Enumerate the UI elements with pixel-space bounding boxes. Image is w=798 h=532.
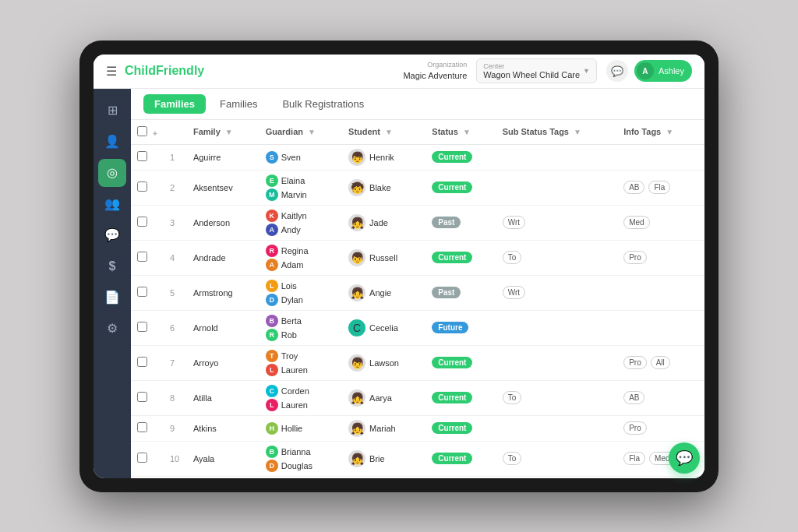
guardian-item[interactable]: RRob — [266, 329, 336, 341]
row-checkbox[interactable] — [137, 392, 147, 402]
sidebar-item-settings[interactable]: ⚙ — [98, 315, 126, 343]
status-cell: Current — [425, 380, 496, 415]
select-all-checkbox[interactable] — [137, 126, 147, 136]
guardian-item[interactable]: LLauren — [266, 364, 336, 376]
sidebar-item-group[interactable]: 👥 — [98, 190, 126, 218]
guardian-item[interactable]: BBrianna — [266, 446, 336, 458]
info-tags-cell — [617, 310, 704, 345]
org-label: Organization — [403, 61, 467, 70]
row-checkbox[interactable] — [137, 217, 147, 227]
student-cell[interactable]: 👧Aarya — [342, 380, 425, 415]
guardian-item[interactable]: BBerta — [266, 315, 336, 327]
row-checkbox[interactable] — [137, 453, 147, 463]
status-cell: Current — [425, 415, 496, 441]
family-name[interactable]: Andrade — [187, 240, 260, 275]
info-tag: Pro — [623, 421, 647, 435]
family-name[interactable]: Ayala — [187, 441, 260, 476]
center-selector[interactable]: Center Wagon Wheel Child Care ▼ — [476, 58, 597, 83]
col-checkbox: + — [131, 120, 164, 145]
guardian-name: Adam — [281, 260, 304, 270]
student-cell[interactable]: 👧Brie — [342, 441, 425, 476]
guardian-item[interactable]: RRegina — [266, 245, 336, 257]
col-sub-status-tags[interactable]: Sub Status Tags ▼ — [496, 120, 618, 145]
guardian-item[interactable]: SSven — [266, 151, 336, 164]
student-cell[interactable]: 👧Angie — [342, 275, 425, 310]
tab-families-active[interactable]: Families — [143, 94, 206, 114]
sidebar-item-chat[interactable]: 💬 — [98, 221, 126, 249]
info-tags-cell: Med — [617, 205, 704, 240]
family-name[interactable]: Atkins — [187, 415, 260, 441]
table-row: 2AksentsevEElainaMMarvin🧒BlakeCurrentABF… — [131, 170, 704, 205]
guardian-item[interactable]: LLauren — [266, 399, 336, 411]
col-status[interactable]: Status ▼ — [425, 120, 496, 145]
message-icon[interactable]: 💬 — [606, 60, 628, 82]
family-name[interactable]: Armstrong — [187, 275, 260, 310]
user-avatar-badge[interactable]: A Ashley — [634, 60, 692, 82]
add-icon[interactable]: + — [153, 129, 157, 138]
guardian-item[interactable]: DDouglas — [266, 460, 336, 472]
guardian-item[interactable]: DDylan — [266, 294, 336, 306]
sidebar-item-grid[interactable]: ⊞ — [98, 97, 126, 125]
guardian-item[interactable]: HHollie — [266, 422, 336, 435]
family-name[interactable]: Atilla — [187, 380, 260, 415]
chat-fab-button[interactable]: 💬 — [669, 442, 700, 474]
info-tags-cell: AB — [617, 380, 704, 415]
col-guardian[interactable]: Guardian ▼ — [260, 120, 342, 145]
csv-download-button[interactable]: ⬇ csv — [131, 477, 704, 478]
guardian-item[interactable]: KKaitlyn — [266, 210, 336, 222]
tab-families[interactable]: Families — [209, 94, 268, 114]
guardian-name: Corden — [281, 386, 309, 396]
row-number: 2 — [164, 170, 187, 205]
sidebar-item-dollar[interactable]: $ — [98, 252, 126, 280]
guardian-item[interactable]: CCorden — [266, 385, 336, 397]
student-cell[interactable]: 👦Russell — [342, 240, 425, 275]
guardian-item[interactable]: EElaina — [266, 174, 336, 187]
student-cell[interactable]: 👦Lawson — [342, 345, 425, 380]
info-tags-cell: ProAll — [617, 345, 704, 380]
guardian-item[interactable]: LLois — [266, 280, 336, 292]
guardian-item[interactable]: MMarvin — [266, 188, 336, 201]
table-body: 1AguirreSSven👦HenrikCurrent2AksentsevEEl… — [131, 144, 704, 476]
info-tags-cell: ABFla — [617, 170, 704, 205]
menu-icon[interactable]: ☰ — [106, 64, 117, 79]
guardian-item[interactable]: AAndy — [266, 224, 336, 236]
row-checkbox[interactable] — [137, 357, 147, 367]
row-number: 7 — [164, 345, 187, 380]
row-checkbox[interactable] — [137, 181, 147, 192]
guardian-item[interactable]: AAdam — [266, 259, 336, 271]
row-checkbox[interactable] — [137, 252, 147, 262]
sub-status-tag: Wrt — [503, 216, 525, 229]
sidebar-item-people[interactable]: 👤 — [98, 128, 126, 156]
guardian-cell: HHollie — [260, 415, 342, 441]
row-checkbox[interactable] — [137, 322, 147, 332]
sidebar-item-circle[interactable]: ◎ — [98, 159, 126, 187]
row-checkbox[interactable] — [137, 151, 147, 161]
family-name[interactable]: Aguirre — [187, 144, 260, 170]
student-cell[interactable]: 🧒Blake — [342, 170, 425, 205]
guardian-name: Kaitlyn — [281, 211, 307, 220]
guardian-badge: D — [266, 460, 278, 472]
col-student[interactable]: Student ▼ — [342, 120, 425, 145]
row-number: 8 — [164, 380, 187, 415]
org-info: Organization Magic Adventure — [403, 61, 467, 81]
guardian-badge: R — [266, 329, 278, 341]
family-name[interactable]: Arnold — [187, 310, 260, 345]
col-info-tags[interactable]: Info Tags ▼ — [617, 120, 704, 145]
guardian-badge: K — [266, 210, 278, 222]
family-name[interactable]: Anderson — [187, 205, 260, 240]
guardian-item[interactable]: TTroy — [266, 350, 336, 362]
sub-status-tags-cell: To — [496, 441, 618, 476]
student-cell[interactable]: 👧Mariah — [342, 415, 425, 441]
student-cell[interactable]: 👦Henrik — [342, 144, 425, 170]
col-family[interactable]: Family ▼ — [187, 120, 260, 145]
main-layout: ⊞ 👤 ◎ 👥 💬 $ 📄 ⚙ Families Families Bulk R… — [94, 89, 704, 478]
student-cell[interactable]: CCecelia — [342, 310, 425, 345]
tab-bulk-registrations[interactable]: Bulk Registrations — [271, 94, 375, 114]
family-name[interactable]: Aksentsev — [187, 170, 260, 205]
sidebar-item-file[interactable]: 📄 — [98, 284, 126, 312]
app-logo: ChildFriendly — [125, 64, 204, 78]
student-cell[interactable]: 👧Jade — [342, 205, 425, 240]
row-checkbox[interactable] — [137, 287, 147, 297]
family-name[interactable]: Arroyo — [187, 345, 260, 380]
row-checkbox[interactable] — [137, 422, 147, 432]
